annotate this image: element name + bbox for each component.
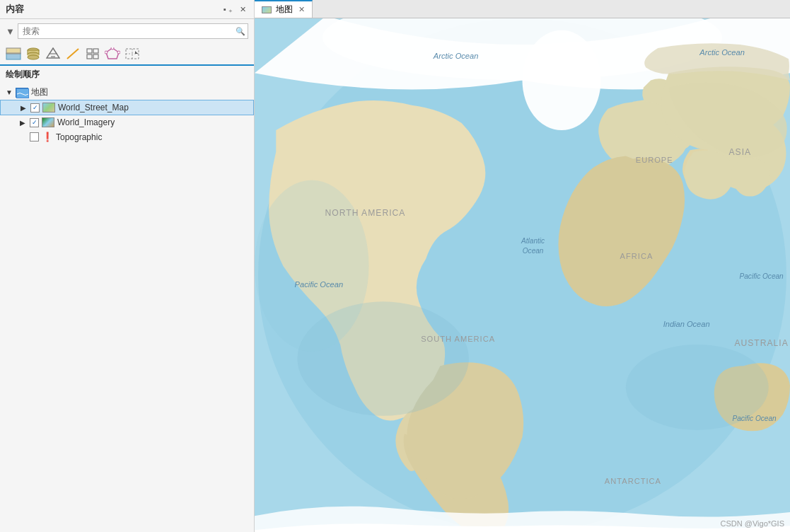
svg-text:AFRICA: AFRICA [620, 252, 654, 260]
svg-point-7 [28, 55, 39, 59]
line-toolbar-icon[interactable] [65, 46, 81, 62]
panel-title: 内容 [6, 3, 24, 16]
filter-toolbar-icon[interactable] [45, 46, 61, 62]
search-input-wrapper: 🔍 [18, 23, 248, 39]
polygon-toolbar-icon[interactable] [105, 46, 120, 62]
close-button[interactable]: ✕ [238, 4, 248, 15]
svg-text:Pacific Ocean: Pacific Ocean [732, 415, 777, 422]
layer-tree: ▼ 地图 ▶ ✓ World_Street_Map [0, 83, 254, 532]
search-bar: ▼ 🔍 [0, 19, 254, 43]
svg-rect-13 [93, 49, 98, 53]
panel-header: 内容 ▪ ₊ ✕ [0, 0, 254, 19]
layer-item-world-street-map[interactable]: ▶ ✓ World_Street_Map [0, 100, 254, 115]
svg-text:ASIA: ASIA [729, 147, 752, 157]
svg-point-31 [255, 180, 368, 352]
search-input[interactable] [18, 23, 248, 39]
layer-label-street: World_Street_Map [58, 103, 129, 112]
svg-text:Pacific Ocean: Pacific Ocean [740, 272, 784, 280]
layer-item-world-imagery[interactable]: ▶ ✓ World_Imagery [0, 115, 254, 129]
layer-item-topographic[interactable]: ❗ Topographic [0, 129, 254, 144]
content-panel: 内容 ▪ ₊ ✕ ▼ 🔍 [0, 0, 255, 532]
layer-expand-arrow: ▶ [21, 104, 28, 112]
svg-text:Arctic Ocean: Arctic Ocean [433, 52, 479, 60]
svg-rect-14 [87, 54, 92, 59]
map-tab-close-button[interactable]: ✕ [298, 5, 305, 14]
svg-point-19 [105, 51, 108, 54]
basemap-toolbar-icon[interactable] [6, 46, 21, 62]
svg-text:EUROPE: EUROPE [636, 156, 673, 164]
svg-rect-12 [87, 49, 92, 53]
svg-text:Pacific Ocean: Pacific Ocean [295, 280, 343, 289]
layer-checkbox-topo[interactable] [30, 132, 39, 141]
layer-group-label: 地图 [31, 86, 48, 98]
filter-icon[interactable]: ▼ [6, 26, 15, 37]
grid-toolbar-icon[interactable] [85, 46, 100, 62]
map-tab-bar: 地图 ✕ [255, 0, 790, 18]
svg-line-11 [67, 49, 79, 59]
layer-icon-imagery [42, 117, 54, 127]
svg-point-28 [523, 30, 601, 130]
layer-icon-street [42, 103, 55, 112]
layer-label-topo: Topographic [56, 132, 102, 142]
map-canvas[interactable]: Arctic Ocean Arctic Ocean NORTH AMERICA … [255, 18, 790, 532]
drawing-order-header: 绘制顺序 [0, 66, 254, 83]
svg-point-17 [111, 47, 114, 50]
svg-text:NORTH AMERICA: NORTH AMERICA [325, 208, 406, 218]
pin-button[interactable]: ▪ ₊ [221, 4, 235, 15]
svg-text:SOUTH AMERICA: SOUTH AMERICA [421, 335, 495, 343]
watermark: CSDN @Vigo*GIS [721, 519, 784, 528]
svg-text:Ocean: Ocean [523, 247, 544, 255]
toolbar-row [0, 43, 254, 66]
layer-checkbox-street[interactable]: ✓ [30, 103, 40, 112]
group-map-icon [16, 88, 28, 98]
search-icon[interactable]: 🔍 [236, 27, 245, 36]
group-expand-arrow: ▼ [6, 88, 13, 96]
map-tab-icon [262, 6, 272, 13]
warning-icon: ❗ [42, 132, 53, 142]
layer-expand-arrow-imagery: ▶ [20, 119, 27, 127]
svg-text:Atlantic: Atlantic [521, 237, 545, 245]
svg-rect-15 [93, 54, 98, 59]
svg-text:Indian Ocean: Indian Ocean [663, 320, 710, 328]
layer-checkbox-imagery[interactable]: ✓ [30, 118, 39, 127]
panel-header-actions: ▪ ₊ ✕ [221, 4, 248, 15]
map-tab-label: 地图 [276, 4, 293, 16]
svg-text:ANTARCTICA: ANTARCTICA [605, 477, 661, 485]
map-tab[interactable]: 地图 ✕ [255, 0, 313, 18]
map-area: 地图 ✕ [255, 0, 790, 532]
layer-group-map-header[interactable]: ▼ 地图 [0, 85, 254, 100]
svg-text:AUSTRALIA: AUSTRALIA [734, 338, 788, 348]
database-toolbar-icon[interactable] [25, 46, 41, 62]
svg-point-18 [117, 51, 120, 54]
layer-group-map: ▼ 地图 ▶ ✓ World_Street_Map [0, 83, 254, 146]
select-toolbar-icon[interactable] [124, 46, 140, 62]
svg-text:Arctic Ocean: Arctic Ocean [699, 48, 745, 57]
layer-label-imagery: World_Imagery [57, 117, 115, 127]
